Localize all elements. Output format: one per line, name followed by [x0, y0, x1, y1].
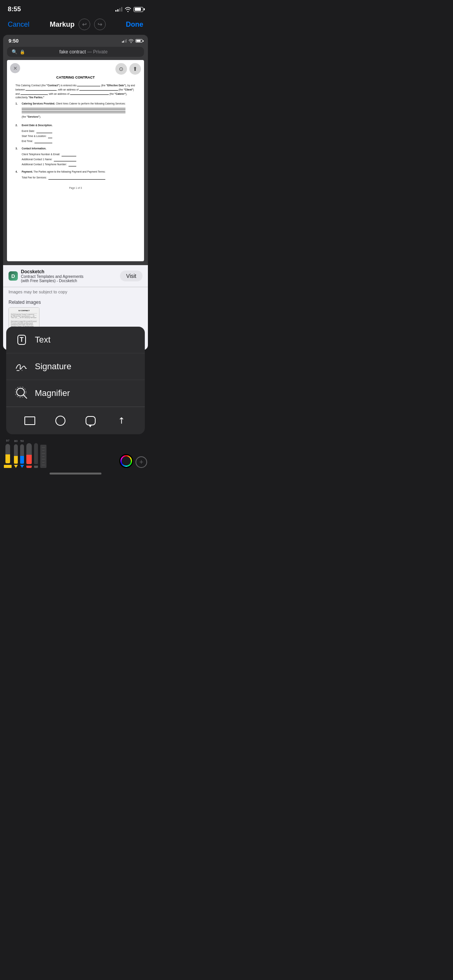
document-container: 9:50 🔍 🔒 fake contract — Private [3, 35, 148, 350]
popup-signature-item[interactable]: × Signature [6, 353, 145, 380]
shapes-row: ↗ [6, 407, 145, 434]
highlighter-tip [4, 465, 12, 468]
cancel-button[interactable]: Cancel [8, 21, 29, 29]
wifi-icon [125, 7, 131, 12]
text-icon: T [15, 333, 29, 347]
pen-tool-blue[interactable]: 50 [20, 439, 24, 468]
eraser-tip [34, 466, 38, 468]
marker-tool[interactable] [26, 443, 32, 468]
text-label: Text [35, 335, 50, 345]
home-indicator [0, 469, 151, 476]
ad-brand: D Docsketch Contract Templates and Agree… [9, 269, 84, 283]
speech-bubble-icon [86, 416, 96, 425]
action-buttons: ⊙ ⬆ [115, 63, 141, 75]
drawing-toolbar: 97 80 50 [0, 434, 151, 469]
pen-blue-body [20, 444, 24, 464]
pen-blue-tip [20, 465, 24, 468]
add-tool-button[interactable]: + [136, 456, 147, 468]
document-body: This Catering Contract (the "Contract") … [15, 83, 136, 190]
circle-shape-button[interactable] [53, 413, 68, 428]
status-bar: 8:55 [0, 0, 151, 15]
highlighter-pen [5, 444, 10, 463]
section-3: 3. Contact Information. Client Telephone… [15, 147, 136, 168]
popup-magnifier-item[interactable]: Magnifier [6, 380, 145, 407]
inner-time: 9:50 [9, 38, 19, 44]
inner-battery-icon [136, 39, 142, 43]
svg-text:×: × [21, 369, 23, 372]
nav-title-group: Markup ↩ ↪ [50, 19, 106, 30]
related-images-label: Related images [3, 296, 148, 307]
done-button[interactable]: Done [126, 21, 143, 29]
battery-icon [134, 7, 143, 12]
add-icon: + [136, 456, 147, 468]
circle-icon [55, 416, 65, 426]
color-wheel-icon [119, 454, 133, 468]
pen-yellow-body [14, 444, 18, 464]
ruler-tool[interactable] [40, 445, 46, 468]
status-icons [115, 7, 143, 12]
inner-status-icons [122, 39, 143, 43]
document-title: CATERING CONTRACT [15, 75, 136, 79]
ad-brand-info: Docsketch Contract Templates and Agreeme… [21, 269, 84, 283]
visit-button[interactable]: Visit [120, 271, 142, 281]
page-title: Markup [50, 21, 75, 29]
eraser-body [34, 443, 38, 464]
inner-wifi-icon [129, 39, 134, 43]
marker-body [26, 443, 32, 464]
home-bar [50, 473, 101, 475]
section-2: 2. Event Date & Description. Event Date:… [15, 123, 136, 144]
signal-icon [115, 7, 122, 12]
scan-button[interactable]: ⊙ [115, 63, 127, 75]
pen-tool-yellow[interactable]: 80 [14, 439, 18, 468]
ad-bar: D Docsketch Contract Templates and Agree… [3, 265, 148, 287]
square-icon [24, 416, 35, 425]
document-intro: This Catering Contract (the "Contract") … [15, 83, 136, 99]
magnifier-label: Magnifier [35, 388, 70, 398]
undo-button[interactable]: ↩ [79, 19, 90, 30]
inner-status-bar: 9:50 [3, 35, 148, 45]
popup-menu: T Text × Signature Magnifier [6, 327, 145, 434]
ad-copyright: Images may be subject to copy [3, 287, 148, 296]
document-page: ✕ ⊙ ⬆ CATERING CONTRACT This Catering Co… [7, 60, 144, 261]
square-shape-button[interactable] [22, 413, 37, 428]
lock-icon: 🔒 [20, 50, 25, 55]
highlighter-tool[interactable]: 97 [4, 439, 12, 468]
share-button[interactable]: ⬆ [129, 63, 141, 75]
page-number: Page 1 of 3 [15, 186, 136, 190]
redo-button[interactable]: ↪ [94, 19, 106, 30]
search-icon: 🔍 [12, 49, 17, 55]
signature-label: Signature [35, 362, 71, 372]
pen-blue-percent: 50 [21, 439, 24, 443]
magnifier-icon [15, 386, 29, 400]
inner-signal-icon [122, 39, 127, 43]
popup-text-item[interactable]: T Text [6, 327, 145, 353]
highlighter-percent: 97 [6, 439, 10, 442]
pen-yellow-tip [14, 465, 18, 468]
section-4: 4. Payment. The Parties agree to the fol… [15, 170, 136, 181]
arrow-shape-button[interactable]: ↗ [114, 413, 129, 428]
signature-icon: × [15, 360, 29, 373]
ad-brand-desc: Contract Templates and Agreements(with F… [21, 274, 84, 283]
pen-yellow-percent: 80 [14, 439, 18, 443]
top-nav: Cancel Markup ↩ ↪ Done [0, 15, 151, 35]
speech-shape-button[interactable] [83, 413, 98, 428]
status-time: 8:55 [8, 5, 21, 13]
color-wheel-button[interactable] [119, 454, 133, 468]
section-1: 1. Catering Services Provided. Client hi… [15, 102, 136, 121]
battery-fill [135, 8, 141, 11]
eraser-tool[interactable] [34, 443, 38, 468]
ad-logo: D [9, 271, 18, 281]
arrow-icon: ↗ [115, 415, 127, 427]
ad-brand-name: Docsketch [21, 269, 84, 274]
url-bar[interactable]: 🔍 🔒 fake contract — Private [7, 47, 144, 57]
url-text: fake contract — Private [27, 49, 139, 55]
close-button[interactable]: ✕ [10, 63, 20, 73]
marker-tip [26, 466, 32, 468]
ruler-body [40, 445, 46, 468]
